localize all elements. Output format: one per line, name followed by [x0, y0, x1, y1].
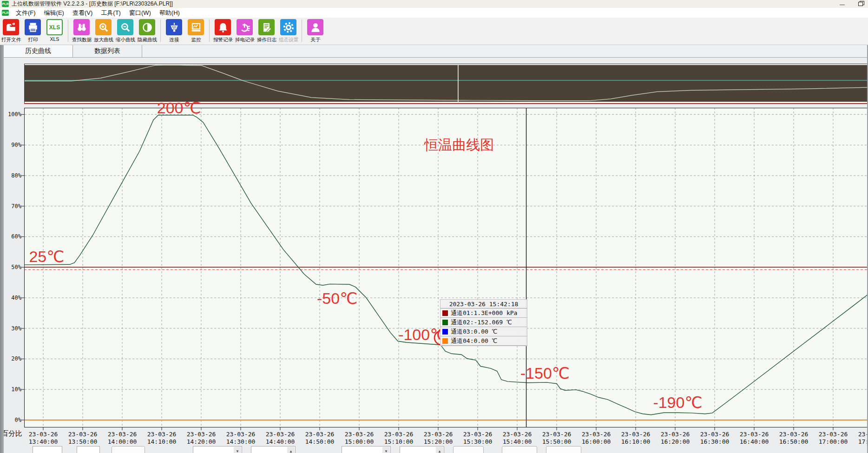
toolbar-separator [302, 20, 302, 42]
toolbar-button-about[interactable]: 关于 [304, 18, 326, 45]
menu-item-5[interactable]: 帮助(H) [155, 8, 184, 18]
toolbar-button-operation-log[interactable]: 操作日志 [256, 18, 277, 45]
x-axis-tick-label: 23-03-2614:30:00 [221, 431, 260, 446]
toolbar-button-label: XLS [50, 36, 59, 42]
menu-item-1[interactable]: 编辑(E) [40, 8, 68, 18]
y-axis-tick-label: 60% [1, 233, 21, 240]
toolbar-button-label: 连接 [169, 36, 179, 43]
channel-value-text: 通道01:1.3E+000 kPa [451, 309, 517, 317]
x-axis-tick-label: 23-03-2616:30:00 [695, 431, 734, 446]
x-axis-tick-label: 23-03-2614:10:00 [142, 431, 181, 446]
bottom-toolbar-control[interactable] [453, 446, 484, 453]
bottom-toolbar-control[interactable] [112, 446, 145, 453]
dropdown-arrow-icon: ▼ [234, 447, 241, 453]
toolbar-button-monitor[interactable]: 监控 [185, 18, 207, 45]
channel-color-chip [442, 338, 448, 344]
x-axis-tick-label: 23-03-2616:20:00 [656, 431, 695, 446]
x-axis-tick-label: 23-03-2615:10:00 [379, 431, 418, 446]
chart-title-annotation: 恒温曲线图 [424, 136, 494, 155]
tooltip-timestamp: 2023-03-26 15:42:18 [441, 300, 527, 309]
x-axis-tick-label: 23-03-2613:50:00 [63, 431, 102, 446]
toolbar-button-hide-curve[interactable]: 隐藏曲线 [136, 18, 158, 45]
excel-icon: XLS [46, 19, 63, 35]
toolbar-button-label: 组态设置 [278, 36, 298, 43]
toolbar-button-label: 监控 [191, 36, 201, 43]
toolbar-button-zoom-out[interactable]: 缩小曲线 [114, 18, 136, 45]
restore-icon [858, 2, 863, 6]
toolbar-button-label: 打印 [28, 36, 38, 43]
y-axis-tick-label: 100% [1, 111, 21, 118]
y-axis-title: 百分比 [1, 429, 22, 438]
window-title: 上位机数据管理软件 V2.2.2.3 - [历史数据 [F:\PLR\23032… [12, 0, 173, 8]
menu-item-2[interactable]: 查看(V) [68, 8, 97, 18]
tab-data-list[interactable]: 数据列表 [73, 45, 142, 57]
overview-navigator[interactable] [24, 64, 868, 104]
zoom-in-icon [95, 19, 112, 35]
operation-log-icon [258, 19, 275, 35]
toolbar-button-power-log[interactable]: 掉电记录 [234, 18, 256, 45]
bottom-toolbar-control[interactable] [33, 446, 62, 453]
x-axis-tick-label: 23-03-2615:00:00 [340, 431, 379, 446]
minimize-button[interactable]: — [839, 1, 845, 7]
bottom-toolbar-control[interactable] [546, 446, 581, 453]
temperature-annotation: -190℃ [653, 393, 702, 412]
toolbar-button-zoom-in[interactable]: 放大曲线 [92, 18, 114, 45]
toolbar-button-print[interactable]: 打印 [22, 18, 44, 45]
bottom-toolbar-control[interactable]: ▼ [342, 446, 391, 453]
x-axis-tick-label: 23-03-2617:00:00 [814, 431, 853, 446]
bottom-toolbar-control[interactable] [77, 446, 100, 453]
toolbar-button-label: 查找数据 [72, 36, 91, 43]
mdi-child-icon: PLR [2, 10, 9, 16]
app-icon: PLR [2, 1, 9, 7]
bottom-toolbar-control[interactable] [502, 446, 537, 453]
x-axis-tick-label: 23-03-2614:00:00 [103, 431, 142, 446]
y-axis-tick-label: 0% [1, 417, 21, 423]
bottom-toolbar-control[interactable]: ▲ [400, 446, 444, 453]
title-bar: PLR 上位机数据管理软件 V2.2.2.3 - [历史数据 [F:\PLR\2… [0, 0, 868, 8]
menu-item-0[interactable]: 文件(F) [12, 8, 40, 18]
menu-bar: PLR 文件(F)编辑(E)查看(V)工具(T)窗口(W)帮助(H) [0, 8, 868, 18]
toolbar-button-config[interactable]: 组态设置 [277, 18, 299, 45]
tooltip-channel-row: 通道02:-152.069 ℃ [441, 318, 527, 327]
about-icon [307, 19, 323, 35]
x-axis-tick-label: 23-03-2614:40:00 [261, 431, 300, 446]
tooltip-channel-row: 通道03:0.00 ℃ [441, 327, 527, 336]
monitor-icon [188, 19, 204, 35]
toolbar-button-alarm-log[interactable]: 报警记录 [212, 18, 234, 45]
x-axis-tick-label: 23-03-2615:50:00 [537, 431, 576, 446]
tab-history-curve[interactable]: 历史曲线 [4, 45, 73, 57]
bottom-toolbar-control[interactable]: ▲ [251, 446, 296, 453]
restore-button[interactable] [857, 1, 863, 7]
x-axis-tick-label: 23-03-2614:50:00 [300, 431, 339, 446]
config-icon [280, 19, 296, 35]
toolbar-button-label: 缩小曲线 [115, 36, 135, 43]
toolbar-button-label: 报警记录 [213, 36, 232, 43]
x-axis-tick-label: 23-03-2615:20:00 [419, 431, 458, 446]
channel-value-text: 通道03:0.00 ℃ [451, 328, 498, 336]
toolbar-button-connect[interactable]: 连接 [163, 18, 185, 45]
menu-item-3[interactable]: 工具(T) [97, 8, 125, 18]
alarm-log-icon [215, 19, 231, 35]
toolbar-button-excel[interactable]: XLSXLS [44, 18, 66, 45]
y-axis-tick-label: 50% [1, 264, 21, 270]
toolbar-separator [209, 20, 210, 42]
x-axis-tick-label: 23-03-2616:00:00 [577, 431, 616, 446]
dropdown-arrow-icon: ▲ [287, 447, 295, 453]
print-icon [25, 19, 41, 35]
y-axis-tick-label: 70% [1, 203, 21, 210]
mdi-left-edge [0, 45, 4, 453]
y-axis-tick-label: 40% [1, 295, 21, 301]
bottom-toolbar-control[interactable]: ▼ [193, 446, 242, 453]
channel-color-chip [442, 329, 448, 335]
x-axis-tick-label: 23-03-2616:50:00 [774, 431, 813, 446]
toolbar-button-open-file[interactable]: 打开文件 [0, 18, 22, 45]
tooltip-channel-row: 通道01:1.3E+000 kPa [441, 309, 527, 318]
chart-plot-area[interactable] [24, 108, 868, 427]
toolbar-button-find-data[interactable]: 查找数据 [71, 18, 92, 45]
cursor-tooltip: 2023-03-26 15:42:18 通道01:1.3E+000 kPa通道0… [440, 299, 527, 346]
x-axis-tick-label: 23-03-2616:10:00 [616, 431, 655, 446]
toolbar-button-label: 放大曲线 [93, 36, 113, 43]
temperature-annotation: 200℃ [157, 98, 201, 117]
menu-item-4[interactable]: 窗口(W) [125, 8, 155, 18]
find-data-icon [73, 19, 90, 35]
